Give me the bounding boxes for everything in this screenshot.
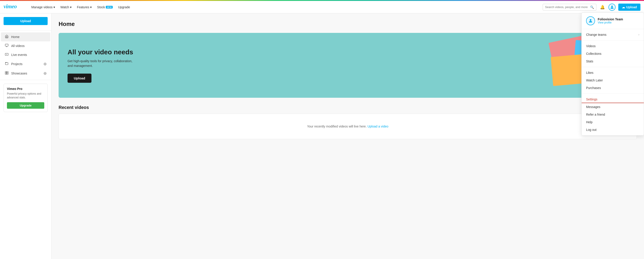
dropdown-avatar [586,16,595,25]
dropdown-watch-later[interactable]: Watch Later [582,76,644,84]
svg-point-1 [611,6,613,7]
sidebar-upload-button[interactable]: Upload [4,17,48,25]
promo-card: Vimeo Pro Powerful privacy options and a… [4,84,48,112]
dropdown-messages[interactable]: Messages [582,103,644,111]
hero-title: All your video needs [68,48,134,56]
notification-bell-icon[interactable]: 🔔 [599,4,606,10]
dropdown-logout[interactable]: Log out [582,126,644,134]
nav-features[interactable]: Features ▾ [75,4,94,10]
svg-rect-10 [7,73,8,74]
page-layout: Upload Home [0,14,644,259]
dropdown-change-teams[interactable]: Change teams › [582,31,644,38]
upload-cloud-icon: ☁ [622,5,625,9]
sidebar-item-home[interactable]: Home [1,32,50,42]
main-content: Home All your video needs Get high-quali… [52,14,644,259]
home-icon [4,35,9,39]
hero-content: All your video needs Get high-quality to… [58,39,144,92]
promo-title: Vimeo Pro [7,87,44,90]
dropdown-videos[interactable]: Videos [582,42,644,50]
dropdown-settings[interactable]: Settings [582,96,644,103]
recent-videos-title: Recent videos [58,105,637,110]
header: vimeo Manage videos ▾ Watch ▾ Features ▾… [0,1,644,14]
sidebar-item-all-videos[interactable]: All videos [1,42,50,50]
svg-marker-6 [6,54,7,55]
dropdown-collections[interactable]: Collections [582,50,644,58]
projects-icon [4,62,9,66]
dropdown-purchases[interactable]: Purchases [582,84,644,92]
hero-subtitle: Get high-quality tools for privacy, coll… [68,59,134,68]
svg-point-11 [590,19,591,21]
svg-rect-2 [5,44,8,46]
dropdown-help[interactable]: Help [582,118,644,126]
sidebar-item-live-events[interactable]: Live events [1,50,50,59]
upload-video-link[interactable]: Upload a video [368,124,388,128]
nav-stock[interactable]: Stock NEW [95,4,115,10]
view-profile-link[interactable]: View profile [598,21,623,24]
nav-upgrade[interactable]: Upgrade [116,4,132,10]
dropdown-username: Foliovision Team [598,18,623,21]
search-input[interactable] [545,5,590,9]
promo-upgrade-button[interactable]: Upgrade [7,102,44,109]
live-events-icon [4,52,9,57]
showcases-icon [4,71,9,76]
svg-rect-7 [5,71,6,73]
dropdown-header: Foliovision Team View profile [582,13,644,29]
page-title: Home [58,20,637,28]
promo-description: Powerful privacy options and advanced st… [7,92,44,100]
dropdown-stats[interactable]: Stats [582,58,644,65]
recent-videos-empty: Your recently modified videos will live … [58,114,637,139]
user-dropdown: Foliovision Team View profile Change tea… [582,12,644,136]
dropdown-section-content: Videos Collections Stats [582,40,644,67]
dropdown-refer-friend[interactable]: Refer a friend [582,111,644,118]
sidebar-item-projects[interactable]: Projects ⊕ [1,59,50,69]
sidebar-divider [0,30,51,31]
svg-rect-8 [7,71,8,73]
search-icon[interactable]: 🔍 [590,5,594,9]
avatar[interactable] [608,4,616,11]
hero-banner: All your video needs Get high-quality to… [58,33,637,98]
dropdown-section-account: Settings Messages Refer a friend Help Lo… [582,94,644,135]
sidebar-item-showcases[interactable]: Showcases ⊕ [1,69,50,78]
vimeo-logo[interactable]: vimeo [4,3,24,11]
sidebar: Upload Home [0,14,52,259]
dropdown-section-library: Likes Watch Later Purchases [582,67,644,94]
svg-rect-9 [5,73,6,74]
sidebar-divider-2 [0,80,51,80]
showcases-add-icon[interactable]: ⊕ [44,71,47,76]
dropdown-section-teams: Change teams › [582,29,644,40]
search-box[interactable]: 🔍 [543,4,596,10]
chevron-right-icon: › [638,33,639,36]
hero-upload-button[interactable]: Upload [68,74,92,83]
svg-text:vimeo: vimeo [4,3,17,10]
projects-add-icon[interactable]: ⊕ [44,62,47,66]
main-nav: Manage videos ▾ Watch ▾ Features ▾ Stock… [29,4,543,10]
nav-manage-videos[interactable]: Manage videos ▾ [29,4,57,10]
all-videos-icon [4,44,9,48]
header-upload-button[interactable]: ☁ Upload [618,4,640,11]
nav-watch[interactable]: Watch ▾ [58,4,74,10]
dropdown-likes[interactable]: Likes [582,69,644,76]
header-right: 🔍 🔔 ☁ Upload [543,4,640,11]
